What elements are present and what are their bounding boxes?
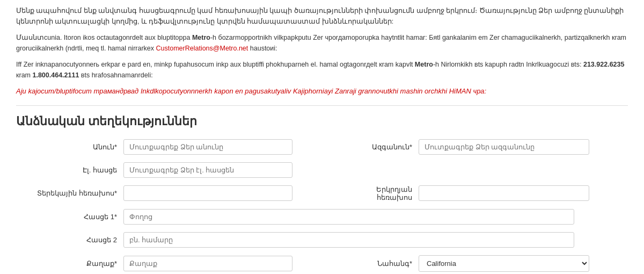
secondary-phone-group: Երկրղյան հեռախոս [322, 185, 628, 201]
address2-input[interactable] [123, 232, 574, 248]
primary-phone-label: Տերեկային հեռախոս* [16, 189, 123, 197]
personal-info-form: Անուն* Ազգանուն* Էլ. հասցե Տերեկային հեռ… [16, 139, 628, 272]
intro-paragraph2: Մասնտcunia. Itoron ikos octautagonrdelt … [16, 32, 628, 54]
address2-row: Հասցե 2 [16, 232, 628, 248]
city-input[interactable] [123, 256, 292, 271]
page-wrapper: Մենք ապահովում ենք անվտանգ հասցեագրումը … [0, 0, 644, 274]
secondary-phone-label: Երկրղյան հեռախոս [322, 185, 419, 201]
primary-phone-input[interactable] [123, 185, 292, 201]
email-group: Էլ. հասցե [16, 162, 628, 178]
name-row: Անուն* Ազգանուն* [16, 139, 628, 155]
city-group: Քաղաք* [16, 256, 322, 271]
address2-label: Հասցե 2 [16, 236, 123, 244]
address1-row: Հասցե 1* [16, 209, 628, 225]
state-group: Նահանգ* AlabamaAlaskaArizonaArkansasCali… [322, 255, 628, 272]
email-input[interactable] [123, 162, 292, 178]
last-name-input[interactable] [419, 139, 589, 155]
intro-paragraph1: Մենք ապահովում ենք անվտանգ հասցեագրումը … [16, 5, 628, 27]
primary-phone-group: Տերեկային հեռախոս* [16, 185, 322, 201]
first-name-label: Անուն* [16, 143, 123, 151]
first-name-input[interactable] [123, 139, 292, 155]
phone-row: Տերեկային հեռախոս* Երկրղյան հեռախոս [16, 185, 628, 201]
email-label: Էլ. հասցե [16, 166, 123, 174]
email-link[interactable]: CustomerRelations@Metro.net [156, 45, 248, 52]
section-divider [16, 105, 628, 106]
red-notice: Aju kajocum/bluptifocum трамандрвад Inkd… [16, 86, 628, 97]
email-row: Էլ. հասցե [16, 162, 628, 178]
first-name-group: Անուն* [16, 139, 322, 155]
section-title: Անձնական տեղեկություններ [16, 114, 628, 128]
last-name-label: Ազգանուն* [322, 143, 419, 151]
address1-label: Հասցե 1* [16, 213, 123, 221]
city-label: Քաղաք* [16, 259, 123, 268]
intro-paragraph3: Iff Zer inknapanocutyonnerь erkpar e par… [16, 59, 628, 81]
last-name-group: Ազգանուն* [322, 139, 628, 155]
state-select[interactable]: AlabamaAlaskaArizonaArkansasCaliforniaCo… [419, 255, 589, 272]
address1-input[interactable] [123, 209, 574, 225]
state-label: Նահանգ* [322, 259, 419, 268]
city-state-row: Քաղաք* Նահանգ* AlabamaAlaskaArizonaArkan… [16, 255, 628, 272]
secondary-phone-input[interactable] [419, 185, 589, 201]
